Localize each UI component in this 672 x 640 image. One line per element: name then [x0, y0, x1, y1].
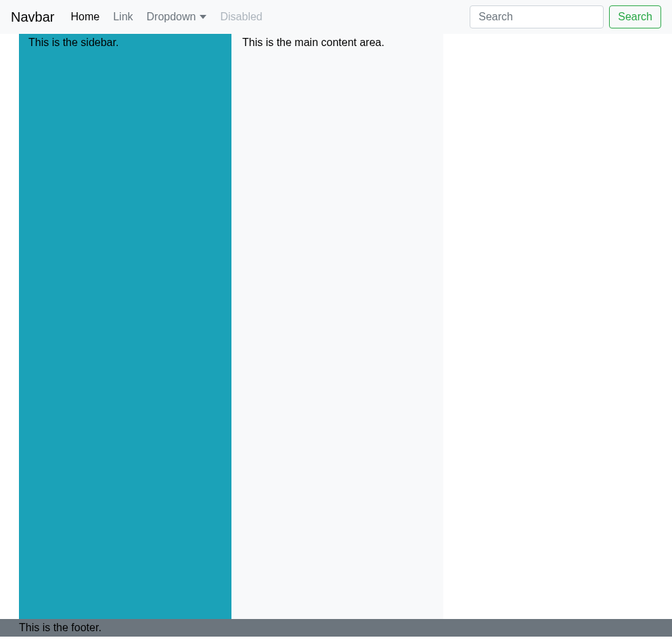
navbar-brand[interactable]: Navbar — [11, 7, 54, 28]
navbar: Navbar Home Link Dropdown Disabled Searc… — [0, 0, 672, 34]
main-text: This is the main content area. — [242, 37, 384, 48]
search-form: Search — [470, 5, 661, 28]
content-container: This is the sidebar. This is the main co… — [0, 34, 443, 619]
search-input[interactable] — [470, 5, 604, 28]
right-gutter — [443, 34, 672, 619]
sidebar: This is the sidebar. — [19, 34, 231, 619]
layout: This is the sidebar. This is the main co… — [0, 34, 672, 619]
nav-link-home[interactable]: Home — [65, 5, 105, 28]
nav-link-link[interactable]: Link — [108, 5, 138, 28]
nav-link-dropdown[interactable]: Dropdown — [141, 5, 212, 28]
footer: This is the footer. — [0, 619, 672, 637]
nav-links: Home Link Dropdown Disabled — [65, 5, 470, 28]
search-button[interactable]: Search — [609, 5, 661, 28]
sidebar-text: This is the sidebar. — [28, 37, 118, 48]
footer-text: This is the footer. — [19, 622, 102, 633]
nav-link-disabled: Disabled — [215, 5, 267, 28]
dropdown-label: Dropdown — [147, 11, 196, 23]
left-gutter — [0, 34, 19, 619]
main-content: This is the main content area. — [231, 34, 443, 619]
caret-down-icon — [200, 15, 206, 19]
